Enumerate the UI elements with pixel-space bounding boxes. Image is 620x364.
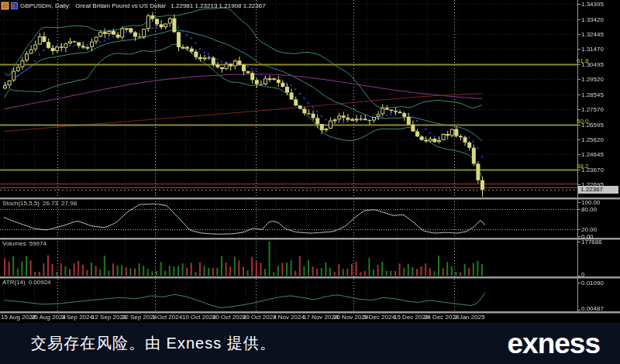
volume-max-label: 177686 [581, 239, 602, 246]
date-tick-label: 5 Dec 2024 [363, 314, 395, 321]
date-tick-label: 2 Jan 2025 [454, 314, 485, 321]
price-tick-label: 1.31470 [581, 46, 604, 53]
price-tick-label: 1.29520 [581, 76, 604, 83]
date-tick-label: 3 Sep 2024 [61, 314, 93, 321]
atr-label: ATR(14)0.00924 [2, 279, 54, 286]
date-tick-label: 1 Oct 2024 [152, 314, 182, 321]
price-tick-label: 1.24645 [581, 151, 604, 158]
price-chart-canvas[interactable] [0, 0, 620, 323]
volumes-label: Volumes59974 [2, 240, 50, 247]
atr-max-label: 0.01090 [581, 280, 604, 287]
exness-logo[interactable]: exness [508, 328, 601, 360]
price-tick-label: 1.28545 [581, 91, 604, 98]
atr-min-label: 0.00487 [581, 305, 604, 312]
exness-ad-banner: 交易存在风险。由 Exness 提供。 exness [0, 323, 620, 364]
price-tick-label: 1.33420 [581, 16, 604, 23]
metatrader-logo-icon [11, 2, 18, 9]
date-tick-label: 29 Oct 2024 [243, 314, 277, 321]
fib-level-label: 38.2 [577, 163, 589, 170]
price-tick-label: 1.34395 [581, 1, 604, 8]
symbol-description: Great Britain Pound vs US Dollar [75, 2, 166, 9]
symbol-period-label: GBPUSDm, Daily: [20, 2, 71, 9]
date-tick-label: 10 Oct 2024 [182, 314, 216, 321]
trading-terminal: GBPUSDm, Daily: Great Britain Pound vs U… [0, 0, 620, 364]
price-tick-label: 1.25620 [581, 136, 604, 143]
volume-min-label: 0 [581, 271, 584, 278]
price-tick-label: 1.32445 [581, 31, 604, 38]
date-tick-label: 7 Nov 2024 [273, 314, 305, 321]
price-tick-label: 1.27570 [581, 106, 604, 113]
chart-grid-icon [2, 2, 9, 9]
current-price-badge: 1.22367 [578, 186, 618, 194]
date-tick-label: 20 Oct 2024 [212, 314, 246, 321]
chart-title: GBPUSDm, Daily: Great Britain Pound vs U… [20, 2, 269, 9]
stoch-level-label: 80.00 [581, 206, 597, 213]
stochastic-label: Stoch(15,5,5)26.7327.98 [2, 200, 80, 207]
fib-level-label: 61.8 [577, 57, 589, 64]
chart-title-bar: GBPUSDm, Daily: Great Britain Pound vs U… [2, 2, 269, 10]
risk-warning-text: 交易存在风险。由 Exness 提供。 [31, 333, 276, 354]
fib-level-label: 50.0 [577, 118, 589, 125]
ohlc-values: 1.22981 1.23213 1.21908 1.22367 [170, 2, 265, 9]
stoch-level-label: 20.00 [581, 226, 597, 233]
stoch-level-label: 100.00 [581, 199, 600, 206]
